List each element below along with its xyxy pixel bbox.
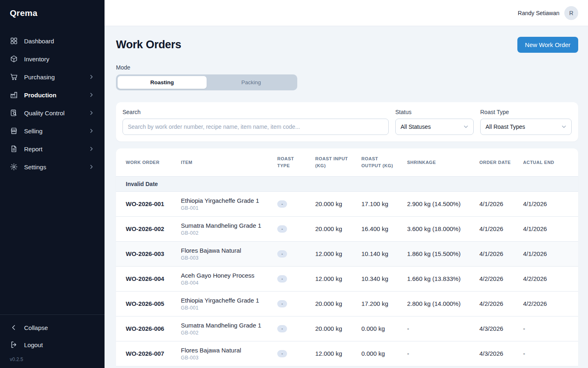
roast-type-cell: - (272, 341, 310, 366)
quality-check-icon (10, 109, 18, 117)
shrinkage-cell: 2.800 kg (14.000%) (402, 291, 474, 316)
actual-end-cell: - (518, 316, 578, 341)
roast-output-cell: 16.400 kg (356, 216, 402, 241)
search-input[interactable] (122, 119, 389, 135)
factory-icon (10, 91, 18, 99)
roast-type-filter: Roast Type All Roast Types (480, 109, 572, 135)
status-select[interactable]: All Statuses (395, 119, 474, 135)
group-row: Invalid Date (116, 176, 578, 191)
search-filter: Search (122, 109, 389, 135)
order-date-cell: 4/1/2026 (474, 191, 518, 216)
sidebar-item-purchasing[interactable]: Purchasing (0, 68, 105, 86)
collapse-button[interactable]: Collapse (0, 319, 105, 336)
sidebar-item-quality-control[interactable]: Quality Control (0, 104, 105, 122)
roast-type-select[interactable]: All Roast Types (480, 119, 572, 135)
sidebar-item-dashboard[interactable]: Dashboard (0, 32, 105, 50)
sidebar-item-label: Quality Control (24, 110, 65, 117)
roast-type-badge: - (277, 350, 287, 357)
actual-end-cell: 4/2/2026 (518, 291, 578, 316)
table-row[interactable]: WO-2026-003 Flores Bajawa Natural GB-003… (116, 241, 578, 266)
roast-type-cell: - (272, 241, 310, 266)
shrinkage-cell: - (402, 316, 474, 341)
chevron-down-icon (561, 123, 567, 130)
roast-type-badge: - (277, 275, 287, 283)
roast-type-label: Roast Type (480, 109, 572, 115)
roast-type-badge: - (277, 325, 287, 332)
storefront-icon (10, 127, 18, 135)
shrinkage-cell: - (402, 341, 474, 366)
roast-type-cell: - (272, 291, 310, 316)
work-orders-table: Work Order Item Roast Type Roast Input (… (116, 148, 578, 366)
main-area: Randy Setiawan R Work Orders New Work Or… (105, 0, 588, 368)
filter-card: Search Status All Statuses Roast Type (116, 102, 578, 141)
roast-input-cell: 12.000 kg (310, 266, 356, 291)
column-header-shrinkage: Shrinkage (402, 148, 474, 176)
roast-input-cell: 12.000 kg (310, 341, 356, 366)
order-date-cell: 4/1/2026 (474, 241, 518, 266)
sidebar-item-label: Inventory (24, 56, 49, 63)
column-header-order-date: Order Date (474, 148, 518, 176)
brand-logo: Qrema (0, 0, 105, 26)
sidebar-item-settings[interactable]: Settings (0, 158, 105, 176)
content: Work Orders New Work Order Mode Roasting… (105, 26, 588, 368)
shrinkage-cell: 1.660 kg (13.833%) (402, 266, 474, 291)
collapse-label: Collapse (24, 324, 48, 331)
roast-type-badge: - (277, 300, 287, 307)
chevron-right-icon (88, 164, 95, 170)
roast-output-cell: 17.100 kg (356, 191, 402, 216)
status-filter: Status All Statuses (395, 109, 474, 135)
sidebar-item-report[interactable]: Report (0, 140, 105, 158)
mode-label: Mode (116, 64, 578, 71)
logout-button[interactable]: Logout (0, 336, 105, 353)
roast-type-cell: - (272, 266, 310, 291)
item-code: GB-001 (181, 305, 267, 311)
roast-output-cell: 0.000 kg (356, 316, 402, 341)
table-row[interactable]: WO-2026-001 Ethiopia Yirgacheffe Grade 1… (116, 191, 578, 216)
mode-option-packing[interactable]: Packing (207, 76, 296, 89)
actual-end-cell: 4/2/2026 (518, 266, 578, 291)
roast-type-cell: - (272, 191, 310, 216)
search-label: Search (122, 109, 389, 115)
column-header-item: Item (176, 148, 272, 176)
item-name: Ethiopia Yirgacheffe Grade 1 (181, 197, 267, 204)
logout-icon (10, 341, 18, 349)
status-label: Status (395, 109, 474, 115)
chevron-right-icon (88, 74, 95, 80)
chevron-right-icon (88, 146, 95, 152)
work-order-cell: WO-2026-003 (116, 241, 176, 266)
work-order-cell: WO-2026-002 (116, 216, 176, 241)
item-name: Sumatra Mandheling Grade 1 (181, 222, 267, 229)
work-order-cell: WO-2026-004 (116, 266, 176, 291)
chevron-right-icon (88, 92, 95, 98)
table-row[interactable]: WO-2026-002 Sumatra Mandheling Grade 1 G… (116, 216, 578, 241)
sidebar-footer: Collapse Logout v0.2.5 (0, 314, 105, 368)
logout-label: Logout (24, 341, 43, 348)
sidebar-item-label: Dashboard (24, 38, 54, 45)
user-name: Randy Setiawan (518, 10, 559, 16)
actual-end-cell: 4/1/2026 (518, 216, 578, 241)
actual-end-cell: - (518, 341, 578, 366)
table-row[interactable]: WO-2026-004 Aceh Gayo Honey Process GB-0… (116, 266, 578, 291)
column-header-actual-end: Actual End (518, 148, 578, 176)
avatar[interactable]: R (564, 6, 578, 20)
item-code: GB-004 (181, 280, 267, 286)
work-order-cell: WO-2026-001 (116, 191, 176, 216)
sidebar-item-production[interactable]: Production (0, 86, 105, 104)
order-date-cell: 4/3/2026 (474, 316, 518, 341)
table-row[interactable]: WO-2026-005 Ethiopia Yirgacheffe Grade 1… (116, 291, 578, 316)
mode-option-roasting[interactable]: Roasting (118, 76, 207, 89)
table-row[interactable]: WO-2026-006 Sumatra Mandheling Grade 1 G… (116, 316, 578, 341)
sidebar-item-selling[interactable]: Selling (0, 122, 105, 140)
roast-input-cell: 12.000 kg (310, 241, 356, 266)
shrinkage-cell: 1.860 kg (15.500%) (402, 241, 474, 266)
column-header-roast-input: Roast Input (kg) (310, 148, 356, 176)
dashboard-icon (10, 37, 18, 45)
order-date-cell: 4/1/2026 (474, 216, 518, 241)
app-version: v0.2.5 (0, 353, 105, 362)
item-name: Flores Bajawa Natural (181, 347, 267, 354)
sidebar-item-inventory[interactable]: Inventory (0, 50, 105, 68)
shrinkage-cell: 2.900 kg (14.500%) (402, 191, 474, 216)
item-name: Ethiopia Yirgacheffe Grade 1 (181, 297, 267, 304)
new-work-order-button[interactable]: New Work Order (517, 37, 578, 53)
table-row[interactable]: WO-2026-007 Flores Bajawa Natural GB-003… (116, 341, 578, 366)
